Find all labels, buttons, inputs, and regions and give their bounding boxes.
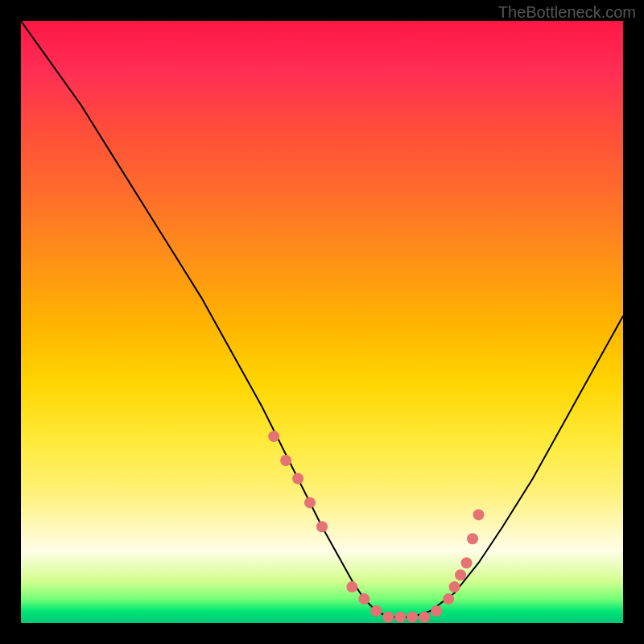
marker-point bbox=[443, 593, 454, 605]
marker-point bbox=[407, 612, 418, 623]
marker-point bbox=[431, 605, 442, 617]
marker-point bbox=[304, 497, 316, 508]
curve-layer bbox=[21, 21, 623, 623]
marker-point bbox=[292, 473, 303, 485]
marker-group bbox=[268, 431, 484, 622]
marker-point bbox=[358, 593, 369, 605]
marker-point bbox=[449, 581, 460, 592]
marker-point bbox=[346, 581, 357, 592]
marker-point bbox=[316, 521, 328, 532]
marker-point bbox=[268, 431, 279, 442]
marker-point bbox=[461, 557, 473, 568]
watermark-text: TheBottleneck.com bbox=[498, 3, 636, 22]
marker-point bbox=[473, 509, 485, 520]
marker-point bbox=[370, 605, 382, 617]
plot-area bbox=[21, 21, 623, 623]
marker-point bbox=[467, 533, 478, 544]
marker-point bbox=[455, 569, 466, 580]
marker-point bbox=[280, 455, 291, 466]
marker-point bbox=[394, 612, 406, 623]
marker-point bbox=[382, 612, 394, 623]
marker-point bbox=[419, 612, 430, 623]
